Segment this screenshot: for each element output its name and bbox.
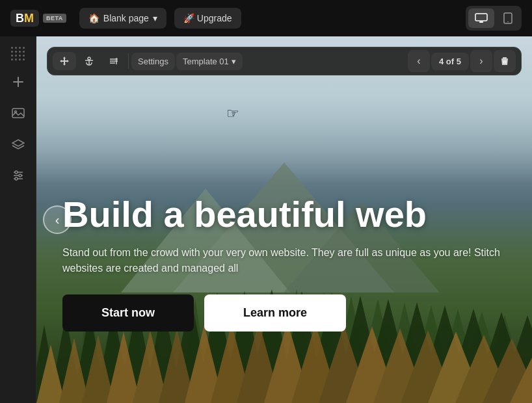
dropdown-arrow-icon: ▾ [153, 13, 157, 23]
logo-area: B M BETA [10, 10, 66, 27]
logo-box: B M [10, 10, 39, 27]
prev-slide-button[interactable]: ‹ [43, 205, 72, 234]
svg-marker-60 [133, 330, 168, 403]
template-label: Template 01 [183, 57, 229, 66]
tablet-view-button[interactable] [497, 8, 519, 28]
svg-point-13 [19, 174, 21, 177]
hero-title: Build a beautiful web [62, 194, 519, 235]
format-icon [109, 56, 119, 66]
layers-icon [12, 138, 25, 150]
svg-marker-68 [346, 326, 398, 403]
beta-badge: BETA [43, 14, 66, 23]
desktop-icon [475, 13, 488, 23]
svg-marker-56 [36, 344, 65, 403]
format-tool-button[interactable] [102, 52, 126, 70]
grid-dots-icon [11, 47, 25, 61]
sidebar-settings-button[interactable] [5, 162, 31, 188]
move-tool-button[interactable] [53, 52, 76, 70]
settings-label: Settings [138, 57, 168, 66]
template-dropdown-button[interactable]: Template 01 ▾ [176, 53, 243, 70]
template-dropdown-icon: ▾ [232, 57, 236, 66]
svg-marker-64 [237, 322, 281, 403]
svg-marker-65 [264, 322, 311, 403]
svg-marker-70 [401, 330, 455, 403]
delete-template-button[interactable] [494, 50, 516, 72]
svg-point-14 [15, 177, 18, 180]
desktop-view-button[interactable] [468, 8, 494, 28]
prev-template-icon: ‹ [417, 55, 420, 67]
tablet-icon [503, 12, 512, 24]
svg-marker-57 [59, 338, 89, 403]
svg-rect-6 [12, 109, 24, 118]
sidebar-layers-button[interactable] [5, 131, 31, 157]
logo-m: M [24, 12, 34, 24]
svg-marker-74 [510, 341, 532, 403]
svg-marker-66 [291, 324, 339, 403]
anchor-tool-button[interactable] [77, 52, 101, 70]
svg-marker-67 [319, 325, 369, 403]
svg-rect-1 [479, 21, 483, 23]
add-icon [12, 75, 25, 88]
svg-marker-61 [159, 328, 195, 403]
image-icon [12, 107, 25, 119]
svg-marker-69 [373, 328, 427, 403]
home-icon: 🏠 [88, 13, 100, 23]
device-switcher [466, 6, 522, 31]
settings-button[interactable]: Settings [131, 53, 175, 70]
svg-marker-59 [107, 332, 140, 403]
toolbar-divider-1 [128, 53, 129, 69]
blank-page-button[interactable]: 🏠 Blank page ▾ [79, 8, 166, 29]
svg-marker-37 [36, 325, 59, 403]
svg-marker-73 [483, 338, 532, 403]
hero-subtitle: Stand out from the crowd with your very … [62, 245, 518, 276]
left-sidebar [0, 36, 36, 403]
page-counter: 4 of 5 [431, 53, 469, 70]
floating-toolbar: Settings Template 01 ▾ ‹ 4 of 5 › [47, 47, 522, 75]
svg-marker-72 [455, 335, 512, 403]
svg-marker-63 [211, 324, 252, 403]
upgrade-label: 🚀 Upgrade [183, 13, 232, 23]
main-content: Build a beautiful web Stand out from the… [36, 36, 532, 403]
upgrade-button[interactable]: 🚀 Upgrade [174, 8, 241, 29]
anchor-icon [84, 56, 94, 66]
sidebar-image-button[interactable] [5, 100, 31, 126]
hero-section: Build a beautiful web Stand out from the… [36, 36, 532, 403]
svg-marker-58 [82, 335, 114, 403]
prev-arrow-icon: ‹ [55, 213, 60, 228]
prev-template-button[interactable]: ‹ [408, 50, 430, 72]
logo-b: B [16, 12, 24, 24]
hero-buttons: Start now Learn more [62, 294, 519, 332]
sliders-icon [12, 169, 25, 182]
learn-more-button[interactable]: Learn more [204, 294, 346, 332]
svg-marker-62 [185, 325, 224, 403]
svg-point-12 [15, 171, 18, 174]
next-template-icon: › [479, 55, 483, 67]
sidebar-add-button[interactable] [5, 69, 31, 95]
svg-marker-8 [12, 140, 24, 146]
next-template-button[interactable]: › [470, 50, 492, 72]
move-icon [59, 56, 70, 66]
svg-point-3 [507, 21, 509, 23]
blank-page-label: Blank page [103, 13, 149, 23]
svg-rect-0 [475, 14, 487, 21]
start-now-button[interactable]: Start now [62, 294, 194, 332]
trash-icon [500, 56, 509, 66]
svg-marker-71 [428, 332, 484, 403]
top-navigation: B M BETA 🏠 Blank page ▾ 🚀 Upgrade [0, 0, 532, 36]
hero-text-area: Build a beautiful web Stand out from the… [62, 194, 519, 332]
svg-point-75 [88, 57, 90, 60]
